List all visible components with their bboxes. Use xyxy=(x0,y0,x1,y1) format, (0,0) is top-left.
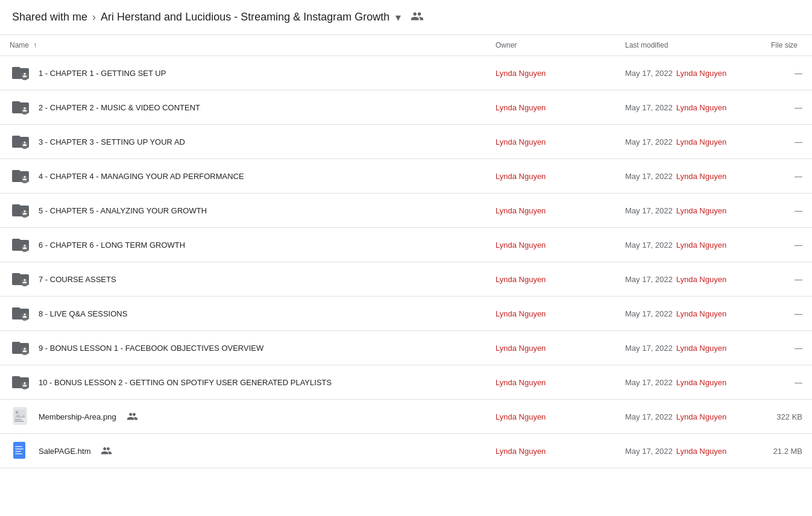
table-row[interactable]: 3 - CHAPTER 3 - SETTING UP YOUR AD Lynda… xyxy=(0,125,812,159)
image-icon xyxy=(10,406,31,427)
file-name: 2 - CHAPTER 2 - MUSIC & VIDEO CONTENT xyxy=(39,103,200,112)
folder-icon xyxy=(10,165,31,187)
table-row[interactable]: 7 - COURSE ASSETS Lynda Nguyen May 17, 2… xyxy=(0,262,812,297)
folder-icon xyxy=(10,62,31,84)
table-row[interactable]: Membership-Area.png Lynda Nguyen May 17,… xyxy=(0,400,812,434)
file-table: Name ↑ Owner Last modified File size 1 -… xyxy=(0,35,812,468)
owner-name: Lynda Nguyen xyxy=(496,69,546,78)
shared-icon xyxy=(127,412,138,422)
owner-cell: Lynda Nguyen xyxy=(486,125,615,159)
owner-name: Lynda Nguyen xyxy=(496,447,546,456)
doc-icon xyxy=(10,440,31,462)
modified-date: May 17, 2022 xyxy=(625,172,673,181)
table-row[interactable]: 10 - BONUS LESSON 2 - GETTING ON SPOTIFY… xyxy=(0,365,812,400)
name-cell: 3 - CHAPTER 3 - SETTING UP YOUR AD xyxy=(0,125,486,159)
shared-icon xyxy=(101,446,112,456)
file-size: 21.2 MB xyxy=(773,447,802,456)
table-row[interactable]: 1 - CHAPTER 1 - GETTING SET UP Lynda Ngu… xyxy=(0,56,812,90)
owner-name: Lynda Nguyen xyxy=(496,275,546,284)
modified-date: May 17, 2022 xyxy=(625,241,673,250)
file-size: — xyxy=(795,275,802,284)
column-file-size[interactable]: File size xyxy=(761,35,812,56)
owner-name: Lynda Nguyen xyxy=(496,412,546,421)
folder-icon xyxy=(10,303,31,324)
column-owner[interactable]: Owner xyxy=(486,35,615,56)
folder-icon xyxy=(10,200,31,221)
modified-cell: May 17, 2022 Lynda Nguyen xyxy=(615,365,761,400)
modified-date: May 17, 2022 xyxy=(625,206,673,215)
modified-cell: May 17, 2022 Lynda Nguyen xyxy=(615,159,761,194)
modified-owner: Lynda Nguyen xyxy=(676,412,726,421)
size-cell: — xyxy=(761,56,812,90)
modified-cell: May 17, 2022 Lynda Nguyen xyxy=(615,90,761,125)
folder-icon xyxy=(10,337,31,359)
svg-rect-24 xyxy=(14,421,24,422)
column-name[interactable]: Name ↑ xyxy=(0,35,486,56)
modified-owner: Lynda Nguyen xyxy=(676,378,726,387)
owner-name: Lynda Nguyen xyxy=(496,344,546,353)
modified-date: May 17, 2022 xyxy=(625,344,673,353)
modified-owner: Lynda Nguyen xyxy=(676,103,726,112)
size-cell: — xyxy=(761,194,812,228)
file-size: — xyxy=(795,137,802,146)
svg-rect-25 xyxy=(13,442,25,459)
file-name: 7 - COURSE ASSETS xyxy=(39,275,116,284)
modified-owner: Lynda Nguyen xyxy=(676,275,726,284)
name-cell: Membership-Area.png xyxy=(0,400,486,434)
table-row[interactable]: 4 - CHAPTER 4 - MANAGING YOUR AD PERFORM… xyxy=(0,159,812,194)
modified-date: May 17, 2022 xyxy=(625,275,673,284)
modified-cell: May 17, 2022 Lynda Nguyen xyxy=(615,194,761,228)
svg-rect-26 xyxy=(15,446,22,447)
svg-rect-29 xyxy=(15,453,22,455)
size-cell: 322 KB xyxy=(761,400,812,434)
modified-cell: May 17, 2022 Lynda Nguyen xyxy=(615,125,761,159)
table-row[interactable]: 9 - BONUS LESSON 1 - FACEBOOK OBJECTIVES… xyxy=(0,331,812,365)
svg-rect-23 xyxy=(14,419,22,420)
name-cell: 6 - CHAPTER 6 - LONG TERM GROWTH xyxy=(0,228,486,262)
table-header-row: Name ↑ Owner Last modified File size xyxy=(0,35,812,56)
modified-owner: Lynda Nguyen xyxy=(676,344,726,353)
modified-owner: Lynda Nguyen xyxy=(676,69,726,78)
name-cell: 5 - CHAPTER 5 - ANALYZING YOUR GROWTH xyxy=(0,194,486,228)
name-cell: 1 - CHAPTER 1 - GETTING SET UP xyxy=(0,56,486,90)
modified-cell: May 17, 2022 Lynda Nguyen xyxy=(615,434,761,468)
owner-cell: Lynda Nguyen xyxy=(486,331,615,365)
owner-name: Lynda Nguyen xyxy=(496,137,546,146)
breadcrumb-dropdown-icon[interactable]: ▾ xyxy=(395,11,401,24)
modified-owner: Lynda Nguyen xyxy=(676,206,726,215)
size-cell: 21.2 MB xyxy=(761,434,812,468)
file-size: — xyxy=(795,344,802,353)
owner-cell: Lynda Nguyen xyxy=(486,297,615,331)
folder-icon xyxy=(10,96,31,118)
table-row[interactable]: SalePAGE.htm Lynda Nguyen May 17, 2022 L… xyxy=(0,434,812,468)
column-last-modified[interactable]: Last modified xyxy=(615,35,761,56)
modified-owner: Lynda Nguyen xyxy=(676,309,726,318)
owner-name: Lynda Nguyen xyxy=(496,206,546,215)
file-name: 9 - BONUS LESSON 1 - FACEBOOK OBJECTIVES… xyxy=(39,344,263,353)
folder-icon xyxy=(10,371,31,393)
file-size: — xyxy=(795,378,802,387)
owner-cell: Lynda Nguyen xyxy=(486,400,615,434)
file-size: 322 KB xyxy=(776,412,802,421)
modified-cell: May 17, 2022 Lynda Nguyen xyxy=(615,262,761,297)
table-row[interactable]: 6 - CHAPTER 6 - LONG TERM GROWTH Lynda N… xyxy=(0,228,812,262)
folder-icon xyxy=(10,268,31,290)
table-row[interactable]: 8 - LIVE Q&A SESSIONS Lynda Nguyen May 1… xyxy=(0,297,812,331)
owner-cell: Lynda Nguyen xyxy=(486,434,615,468)
size-cell: — xyxy=(761,262,812,297)
breadcrumb-folder-title: Ari Herstand and Lucidious - Streaming &… xyxy=(101,11,389,24)
size-cell: — xyxy=(761,331,812,365)
file-size: — xyxy=(795,241,802,250)
shared-with-me-link[interactable]: Shared with me xyxy=(12,11,87,24)
modified-cell: May 17, 2022 Lynda Nguyen xyxy=(615,331,761,365)
modified-date: May 17, 2022 xyxy=(625,103,673,112)
owner-name: Lynda Nguyen xyxy=(496,172,546,181)
table-row[interactable]: 2 - CHAPTER 2 - MUSIC & VIDEO CONTENT Ly… xyxy=(0,90,812,125)
file-name: 4 - CHAPTER 4 - MANAGING YOUR AD PERFORM… xyxy=(39,172,244,181)
modified-owner: Lynda Nguyen xyxy=(676,172,726,181)
owner-cell: Lynda Nguyen xyxy=(486,262,615,297)
file-name: 5 - CHAPTER 5 - ANALYZING YOUR GROWTH xyxy=(39,206,207,215)
table-row[interactable]: 5 - CHAPTER 5 - ANALYZING YOUR GROWTH Ly… xyxy=(0,194,812,228)
modified-cell: May 17, 2022 Lynda Nguyen xyxy=(615,228,761,262)
owner-cell: Lynda Nguyen xyxy=(486,365,615,400)
